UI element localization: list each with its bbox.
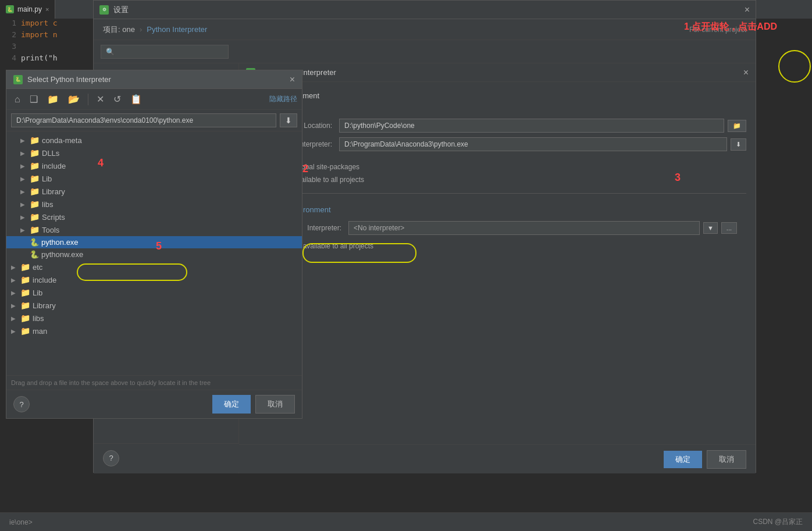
toolbar-square-btn[interactable]: ❑ — [26, 91, 41, 107]
existing-env-radio-row: Existing environment — [248, 205, 746, 214]
tree-label-include: include — [42, 162, 66, 170]
tree-label-library: Library — [42, 187, 65, 196]
tree-label-libs2: libs — [33, 314, 44, 323]
tree-item-libs2[interactable]: ▶ 📁 libs — [6, 312, 302, 325]
settings-titlebar: ⚙ 设置 × — [94, 1, 756, 19]
select-interp-help-btn[interactable]: ? — [13, 396, 30, 412]
tree-item-lib2[interactable]: ▶ 📁 Lib — [6, 286, 302, 299]
interpreter-browse-btn[interactable]: ... — [721, 222, 737, 234]
select-interp-bottom: ? 确定 取消 — [6, 390, 302, 418]
tree-item-dlls[interactable]: ▶ 📁 DLLs — [6, 147, 302, 159]
tree-label-library2: Library — [33, 301, 56, 310]
base-interp-browse-btn[interactable]: ⬇ — [731, 138, 746, 151]
settings-title-text: 设置 — [113, 5, 129, 15]
tree-item-libs[interactable]: ▶ 📁 libs — [6, 198, 302, 211]
tree-label-lib: Lib — [42, 174, 52, 183]
for-current-project-label: For current project — [689, 26, 746, 34]
new-env-form: Location: 📁 Base interpreter: ⬇ — [239, 119, 756, 161]
tree-item-library[interactable]: ▶ 📁 Library — [6, 185, 302, 198]
tree-label-tools: Tools — [42, 226, 59, 234]
py-file-icon-python-exe: 🐍 — [30, 238, 39, 247]
tree-label-lib2: Lib — [33, 288, 42, 297]
tree-item-lib[interactable]: ▶ 📁 Lib — [6, 172, 302, 185]
new-env-section: New environment — [239, 82, 756, 119]
bottom-bar-left: ie\one> — [9, 518, 33, 526]
path-download-btn[interactable]: ⬇ — [280, 113, 297, 127]
tree-item-etc[interactable]: ▶ 📁 etc — [6, 261, 302, 273]
tree-hint-text: Drag and drop a file into the space abov… — [11, 379, 211, 386]
tree-item-conda-meta[interactable]: ▶ 📁 conda-meta — [6, 134, 302, 147]
toolbar-folder-new-btn[interactable]: 📁 — [44, 91, 62, 107]
settings-help-btn[interactable]: ? — [103, 450, 119, 466]
folder-icon-lib2: 📁 — [20, 288, 30, 297]
add-interp-confirm-btn[interactable]: 确定 — [664, 451, 702, 468]
tree-label-conda-meta: conda-meta — [42, 136, 82, 145]
inherit-checkbox-row: Inherit global site-packages — [239, 161, 756, 173]
location-input[interactable] — [339, 119, 724, 133]
add-interp-titlebar: 🐍 Add Python Interpreter × — [239, 63, 756, 82]
new-env-radio-option: New environment — [248, 91, 746, 100]
settings-close-button[interactable]: × — [745, 5, 750, 15]
path-input[interactable] — [11, 113, 276, 127]
tree-item-include2[interactable]: ▶ 📁 include — [6, 273, 302, 286]
location-browse-btn[interactable]: 📁 — [728, 120, 746, 132]
tree-arrow-libs2: ▶ — [11, 315, 18, 322]
toolbar-home-btn[interactable]: ⌂ — [11, 92, 24, 107]
folder-icon-lib: 📁 — [30, 174, 40, 183]
select-interp-close-btn[interactable]: × — [290, 74, 295, 85]
settings-title-icon: ⚙ — [99, 5, 109, 15]
tab-close-btn[interactable]: × — [45, 6, 49, 13]
tree-item-man[interactable]: ▶ 📁 man — [6, 325, 302, 337]
folder-icon-libs2: 📁 — [20, 313, 30, 323]
folder-icon-etc: 📁 — [20, 262, 30, 272]
settings-search-input[interactable] — [101, 45, 229, 59]
tree-label-include2: include — [33, 276, 56, 284]
tree-item-include[interactable]: ▶ 📁 include — [6, 159, 302, 172]
tree-item-library2[interactable]: ▶ 📁 Library — [6, 299, 302, 312]
hide-path-label[interactable]: 隐藏路径 — [269, 94, 297, 104]
select-interp-icon: 🐍 — [13, 75, 23, 84]
base-interp-row: ⬇ — [339, 137, 746, 151]
tree-arrow-tools: ▶ — [20, 227, 27, 233]
select-interp-cancel-btn[interactable]: 取消 — [255, 395, 295, 414]
tree-arrow-include2: ▶ — [11, 277, 18, 283]
tree-hint: Drag and drop a file into the space abov… — [6, 375, 302, 390]
tree-item-scripts[interactable]: ▶ 📁 Scripts — [6, 211, 302, 223]
existing-env-form: Interpreter: <No interpreter> ▼ ... — [248, 221, 746, 240]
folder-icon-conda-meta: 📁 — [30, 136, 40, 145]
breadcrumb-project: 项目: one — [103, 24, 135, 35]
divider — [248, 193, 746, 194]
select-interp-confirm-btn[interactable]: 确定 — [212, 395, 251, 414]
base-interp-input[interactable] — [339, 137, 727, 151]
existing-env-section: Existing environment Interpreter: <No in… — [239, 201, 756, 257]
interpreter-select[interactable]: <No interpreter> — [348, 221, 700, 235]
toolbar-delete-btn[interactable]: ✕ — [93, 91, 108, 107]
folder-icon-include: 📁 — [30, 161, 40, 170]
toolbar-folder-btn[interactable]: 📂 — [65, 91, 83, 107]
tree-item-pythonw-exe[interactable]: 🐍 pythonw.exe — [6, 248, 302, 261]
folder-icon-dlls: 📁 — [30, 148, 40, 158]
tree-label-libs: libs — [42, 200, 54, 209]
tree-arrow-conda-meta: ▶ — [20, 137, 27, 144]
tree-arrow-include: ▶ — [20, 163, 27, 169]
select-interp-titlebar: 🐍 Select Python Interpreter × — [6, 70, 302, 89]
tree-arrow-libs: ▶ — [20, 201, 27, 208]
add-interp-close-btn[interactable]: × — [743, 67, 749, 78]
interpreter-dropdown-arrow[interactable]: ▼ — [703, 222, 718, 234]
folder-icon-include2: 📁 — [20, 275, 30, 284]
add-interp-bottom-buttons: 确定 取消 — [239, 444, 756, 473]
toolbar-clipboard-btn[interactable]: 📋 — [127, 91, 145, 107]
tree-item-python-exe[interactable]: 🐍 python.exe — [6, 236, 302, 248]
tree-item-tools[interactable]: ▶ 📁 Tools — [6, 223, 302, 236]
interpreter-dropdown-row: <No interpreter> ▼ ... — [348, 221, 737, 235]
tree-arrow-library: ▶ — [20, 188, 27, 195]
breadcrumb-separator: › — [140, 25, 142, 34]
tab-main-py[interactable]: 🐍 main.py × — [0, 0, 55, 19]
toolbar-refresh-btn[interactable]: ↺ — [110, 91, 124, 107]
bottom-bar-right: CSDN @吕家正 — [753, 517, 803, 527]
select-interp-title: Select Python Interpreter — [27, 75, 111, 84]
file-tree[interactable]: ▶ 📁 conda-meta ▶ 📁 DLLs ▶ 📁 include ▶ 📁 … — [6, 131, 302, 375]
add-interp-cancel-btn[interactable]: 取消 — [707, 450, 746, 469]
folder-icon-libs: 📁 — [30, 199, 40, 209]
breadcrumb-bar: 项目: one › Python Interpreter For current… — [94, 19, 756, 40]
